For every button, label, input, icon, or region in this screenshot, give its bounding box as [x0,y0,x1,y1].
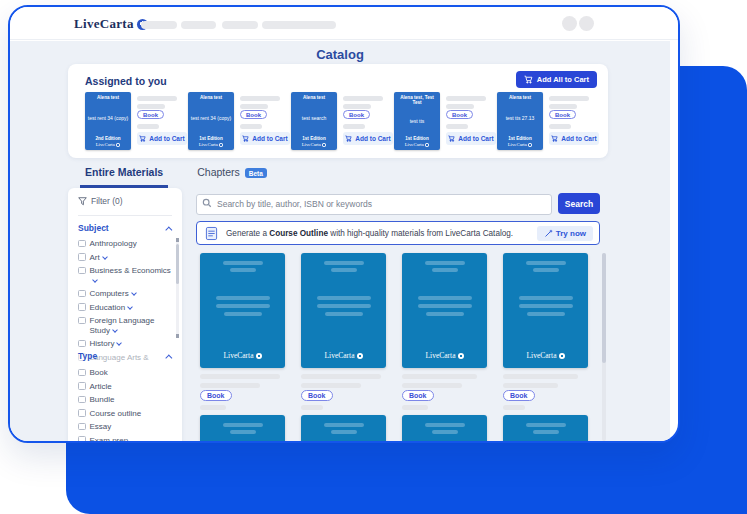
subject-scrollbar-thumb[interactable] [176,244,179,284]
catalog-column: LiveCarta Book [301,253,386,441]
text-placeholder [137,104,165,109]
filter-header[interactable]: Filter (0) [78,196,123,206]
catalog-book-cover[interactable] [402,415,487,441]
text-placeholder [503,383,558,388]
text-placeholder [402,374,477,379]
subject-option[interactable]: Business & Economics [78,266,173,285]
type-option[interactable]: Article [78,382,173,392]
subject-label: Computers [90,289,129,298]
filter-funnel-icon [78,197,87,206]
checkbox[interactable] [78,409,86,417]
magic-wand-icon [544,229,553,238]
catalog-book-cover[interactable] [200,415,285,441]
livecarta-logo-icon [256,353,262,359]
subject-option[interactable]: Foreign Language Study [78,316,173,335]
subject-option[interactable]: Anthropology [78,239,173,249]
try-now-button[interactable]: Try now [537,226,593,241]
text-placeholder [503,405,525,410]
book-type-badge: Book [301,390,333,401]
catalog-book-cover[interactable]: LiveCarta [402,253,487,368]
chevron-down-icon[interactable] [92,277,98,283]
scroll-up-arrow[interactable] [176,238,179,242]
app-header: LiveCarta [10,7,678,40]
livecarta-logo[interactable]: LiveCarta [74,16,148,32]
book-type-badge: Book [402,390,434,401]
subject-label: Education [90,303,126,312]
type-list: Book Article Bundle Course outline Essay… [78,368,173,441]
text-placeholder [301,405,323,410]
type-label: Article [90,382,112,392]
type-option[interactable]: Exam prep [78,436,173,442]
catalog-book-cover[interactable] [301,415,386,441]
filter-section-subject[interactable]: Subject [78,223,172,233]
subject-option[interactable]: Computers [78,289,173,299]
avatar[interactable] [579,16,594,31]
subject-label: Art [90,253,100,262]
subject-label: Business & Economics [90,266,171,275]
chevron-down-icon[interactable] [112,327,118,333]
type-option[interactable]: Book [78,368,173,378]
subject-option[interactable]: Education [78,303,173,313]
checkbox[interactable] [78,290,86,298]
catalog-column: LiveCarta Book [200,253,285,441]
book-brand: LiveCarta [200,351,285,360]
grid-scrollbar-thumb[interactable] [602,253,606,363]
text-placeholder [301,374,381,379]
checkbox[interactable] [78,423,86,431]
section-label: Type [78,351,97,361]
catalog-book-cover[interactable]: LiveCarta [200,253,285,368]
livecarta-logo-icon [559,353,565,359]
book-edition: 2nd Edition [87,136,129,141]
checkbox[interactable] [78,369,86,377]
filter-section-type[interactable]: Type [78,351,172,361]
avatar[interactable] [562,16,577,31]
nav-placeholder[interactable] [141,21,177,29]
nav-placeholder[interactable] [222,21,258,29]
checkbox[interactable] [78,382,86,390]
catalog-book-cover[interactable]: LiveCarta [301,253,386,368]
browser-window: LiveCarta Catalog Assigned to you Add Al… [8,5,680,443]
chevron-down-icon[interactable] [102,254,108,260]
banner-text: Generate a Course Outline with high-qual… [226,229,529,238]
search-button[interactable]: Search [558,193,600,214]
subject-option[interactable]: Art [78,253,173,263]
subject-option[interactable]: History [78,339,173,349]
type-option[interactable]: Bundle [78,395,173,405]
divider [78,215,172,216]
chevron-down-icon[interactable] [131,290,137,296]
type-label: Essay [90,422,112,432]
assigned-item: Alena test test rent 34 (copy) 2nd Editi… [85,92,185,154]
text-placeholder [503,374,578,379]
checkbox[interactable] [78,396,86,404]
nav-placeholder[interactable] [262,21,336,29]
chevron-down-icon[interactable] [127,304,133,310]
logo-text: LiveCarta [74,16,134,32]
text-placeholder [301,383,361,388]
search-input[interactable] [196,194,552,215]
assigned-book-cover[interactable]: Alena test test rent 34 (copy) 2nd Editi… [85,92,131,150]
add-to-cart-button[interactable]: Add to Cart [137,132,187,145]
screenshot-canvas: LiveCarta Catalog Assigned to you Add Al… [0,0,747,514]
checkbox[interactable] [78,436,86,441]
book-brand: LiveCarta [96,142,115,147]
checkbox[interactable] [78,303,86,311]
scroll-down-arrow[interactable] [176,334,179,338]
checkbox[interactable] [78,240,86,248]
nav-placeholder[interactable] [181,21,216,29]
book-title: test rent 34 (copy) [87,100,129,135]
subject-label: Anthropology [90,239,137,248]
type-option[interactable]: Course outline [78,409,173,419]
catalog-book-cover[interactable]: LiveCarta [503,253,588,368]
catalog-book-cover[interactable] [503,415,588,441]
chevron-up-icon [165,226,171,232]
checkbox[interactable] [78,267,86,275]
tab-entire-materials[interactable]: Entire Materials [80,166,168,188]
checkbox[interactable] [78,253,86,261]
checkbox[interactable] [78,317,86,325]
type-option[interactable]: Essay [78,422,173,432]
add-to-cart-label: Add to Cart [149,135,184,142]
chevron-down-icon[interactable] [117,340,123,346]
checkbox[interactable] [78,340,86,348]
text-placeholder [200,405,226,410]
text-placeholder [200,374,280,379]
